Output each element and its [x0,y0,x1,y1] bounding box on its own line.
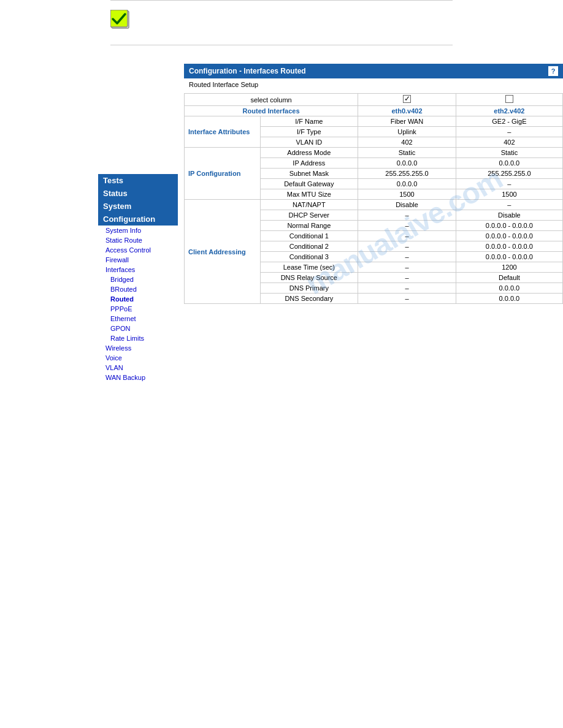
routed-interfaces-label: Routed Interfaces [185,106,358,116]
table-row: Interface Attributes I/F Name Fiber WAN … [185,116,563,127]
col1-if-name: Fiber WAN [358,116,456,127]
col2-vlan-id: 402 [456,137,562,148]
col1-dns-secondary: – [358,294,456,304]
col2-dns-primary: 0.0.0.0 [456,283,562,294]
row-label-normal-range: Normal Range [260,221,358,231]
checkbox-area [0,1,563,39]
section-interface-attributes: Interface Attributes [185,116,261,148]
col2-lease-time: 1200 [456,262,562,273]
row-label-nat-napt: NAT/NAPT [260,200,358,210]
select-column-label: select column [185,94,358,106]
col1-conditional-1: – [358,231,456,241]
col2-dns-secondary: 0.0.0.0 [456,294,562,304]
col1-nat-napt: Disable [358,200,456,210]
panel-area: Configuration - Interfaces Routed ? Rout… [184,64,563,382]
col2-conditional-1: 0.0.0.0 - 0.0.0.0 [456,231,562,241]
sidebar-item-interfaces[interactable]: Interfaces [98,265,178,275]
sidebar-item-routed[interactable]: Routed [98,294,178,304]
sidebar-item-vlan[interactable]: VLAN [98,363,178,373]
bottom-divider [110,45,453,45]
col2-header: eth2.v402 [456,106,562,116]
col1-dns-primary: – [358,283,456,294]
sidebar-item-system-info[interactable]: System Info [98,226,178,235]
panel-subtitle: Routed Interface Setup [184,78,563,91]
col2-checkbox[interactable] [505,95,513,103]
sidebar-header-status[interactable]: Status [98,187,178,200]
col2-conditional-2: 0.0.0.0 - 0.0.0.0 [456,241,562,252]
help-button[interactable]: ? [548,66,558,76]
section-ip-configuration: IP Configuration [185,148,261,200]
row-label-lease-time: Lease Time (sec) [260,262,358,273]
sidebar-item-pppoe[interactable]: PPPoE [98,304,178,314]
col2-dhcp-server: Disable [456,210,562,221]
col1-lease-time: – [358,262,456,273]
col2-if-name: GE2 - GigE [456,116,562,127]
table-row: IP Configuration Address Mode Static Sta… [185,148,563,158]
col1-conditional-2: – [358,241,456,252]
row-label-dns-primary: DNS Primary [260,283,358,294]
col1-normal-range: – [358,221,456,231]
sidebar-item-voice[interactable]: Voice [98,353,178,363]
col1-default-gateway: 0.0.0.0 [358,179,456,189]
panel-title-bar: Configuration - Interfaces Routed ? [184,64,563,78]
sidebar: Tests Status System Configuration System… [98,174,178,382]
col1-vlan-id: 402 [358,137,456,148]
col2-normal-range: 0.0.0.0 - 0.0.0.0 [456,221,562,231]
col2-nat-napt: – [456,200,562,210]
row-label-subnet-mask: Subnet Mask [260,169,358,179]
sidebar-item-access-control[interactable]: Access Control [98,245,178,255]
section-client-addressing: Client Addressing [185,200,261,304]
sidebar-item-firewall[interactable]: Firewall [98,255,178,265]
col2-ip-address: 0.0.0.0 [456,158,562,169]
row-label-conditional-1: Conditional 1 [260,231,358,241]
col1-checkbox[interactable] [403,95,411,103]
col1-header: eth0.v402 [358,106,456,116]
sidebar-item-gpon[interactable]: GPON [98,324,178,333]
col1-ip-address: 0.0.0.0 [358,158,456,169]
sidebar-item-wireless[interactable]: Wireless [98,343,178,353]
col2-conditional-3: 0.0.0.0 - 0.0.0.0 [456,252,562,262]
col2-checkbox-cell[interactable] [456,94,562,106]
row-label-dns-secondary: DNS Secondary [260,294,358,304]
row-label-address-mode: Address Mode [260,148,358,158]
row-label-if-type: I/F Type [260,127,358,137]
table-row: Client Addressing NAT/NAPT Disable – [185,200,563,210]
col1-address-mode: Static [358,148,456,158]
sidebar-item-ethernet[interactable]: Ethernet [98,314,178,324]
green-checkbox-icon [110,10,130,29]
row-label-max-mtu: Max MTU Size [260,189,358,200]
row-label-conditional-2: Conditional 2 [260,241,358,252]
sidebar-header-tests[interactable]: Tests [98,174,178,187]
sidebar-header-configuration[interactable]: Configuration [98,213,178,226]
col2-address-mode: Static [456,148,562,158]
col2-default-gateway: – [456,179,562,189]
sidebar-item-static-route[interactable]: Static Route [98,235,178,245]
col1-conditional-3: – [358,252,456,262]
col1-dhcp-server: – [358,210,456,221]
row-label-default-gateway: Default Gateway [260,179,358,189]
col1-dns-relay-source: – [358,273,456,283]
row-label-ip-address: IP Address [260,158,358,169]
row-label-dns-relay-source: DNS Relay Source [260,273,358,283]
sidebar-item-wan-backup[interactable]: WAN Backup [98,373,178,382]
col1-max-mtu: 1500 [358,189,456,200]
col1-checkbox-cell[interactable] [358,94,456,106]
sidebar-item-brouted[interactable]: BRouted [98,284,178,294]
sidebar-item-bridged[interactable]: Bridged [98,275,178,284]
table-header-row: Routed Interfaces eth0.v402 eth2.v402 [185,106,563,116]
col1-subnet-mask: 255.255.255.0 [358,169,456,179]
row-label-vlan-id: VLAN ID [260,137,358,148]
col2-subnet-mask: 255.255.255.0 [456,169,562,179]
row-label-if-name: I/F Name [260,116,358,127]
main-content: Tests Status System Configuration System… [0,58,563,382]
col2-dns-relay-source: Default [456,273,562,283]
col1-if-type: Uplink [358,127,456,137]
row-label-conditional-3: Conditional 3 [260,252,358,262]
col2-if-type: – [456,127,562,137]
row-label-dhcp-server: DHCP Server [260,210,358,221]
sidebar-item-rate-limits[interactable]: Rate Limits [98,333,178,343]
sidebar-header-system[interactable]: System [98,200,178,213]
page-wrapper: manualaive.com Tests Status System Confi… [0,0,563,728]
config-table: select column Routed Interfaces eth0.v40… [184,93,563,304]
panel-title: Configuration - Interfaces Routed [189,67,306,75]
